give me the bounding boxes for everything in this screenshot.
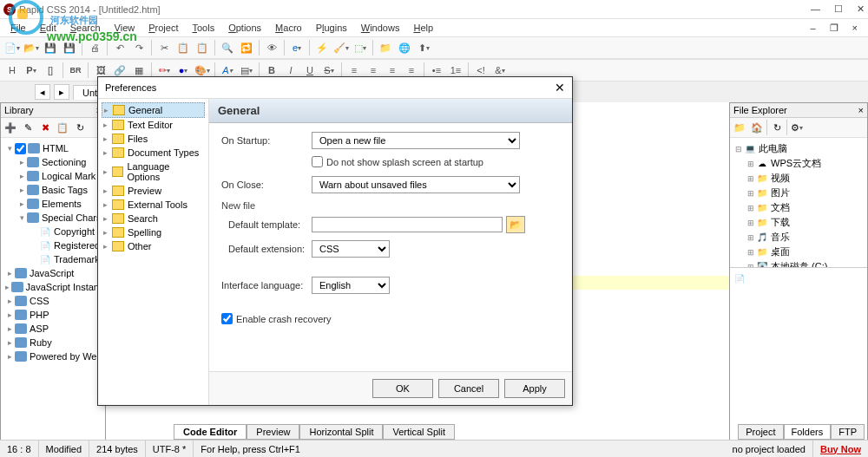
tree-item[interactable]: ▸Elements xyxy=(4,197,102,211)
lib-edit-button[interactable]: ✎ xyxy=(20,120,36,135)
undo-button[interactable]: ↶ xyxy=(111,39,128,56)
library-tree[interactable]: ▾HTML ▸Sectioning▸Logical Mark▸Basic Tag… xyxy=(1,138,105,448)
fx-tree-item[interactable]: ⊟💻此电脑 xyxy=(733,141,864,156)
tree-item[interactable]: ▸CSS xyxy=(4,294,102,308)
save-all-button[interactable]: 💾 xyxy=(61,39,78,56)
close-icon[interactable]: ✕ xyxy=(857,3,865,15)
project-button[interactable]: 📁 xyxy=(377,39,394,56)
prefs-nav-item[interactable]: ▸Preview xyxy=(102,184,205,198)
menu-edit[interactable]: Edit xyxy=(35,21,62,35)
ok-button[interactable]: OK xyxy=(372,379,433,398)
fx-up-button[interactable]: 📁 xyxy=(732,120,747,135)
child-minimize-icon[interactable]: – xyxy=(805,21,820,36)
validate-button[interactable]: ⚡ xyxy=(313,39,331,56)
prefs-nav-item[interactable]: ▸Search xyxy=(102,212,205,225)
select-on-startup[interactable]: Open a new file xyxy=(312,132,520,149)
fx-home-button[interactable]: 🏠 xyxy=(749,120,765,135)
file-explorer-files[interactable]: 📄 xyxy=(730,268,867,448)
fx-tree-item[interactable]: ⊞📁桌面 xyxy=(733,245,864,259)
tree-item[interactable]: ▸JavaScript Instant xyxy=(4,280,102,294)
replace-button[interactable]: 🔁 xyxy=(238,39,255,56)
tree-item[interactable]: 📄Trademark xyxy=(4,252,102,266)
tree-root[interactable]: ▾HTML xyxy=(4,141,102,155)
find-button[interactable]: 🔍 xyxy=(219,39,236,56)
maximize-icon[interactable]: ☐ xyxy=(834,3,843,15)
div-button[interactable]: [] xyxy=(42,62,59,79)
prefs-nav-item[interactable]: ▸Spelling xyxy=(102,225,205,239)
fx-tree-item[interactable]: ⊞📁下载 xyxy=(733,215,864,230)
preview-button[interactable]: 👁 xyxy=(263,39,280,56)
prefs-nav-item[interactable]: ▸Document Types xyxy=(102,146,205,160)
fx-tree-item[interactable]: ⊞💽本地磁盘 (C:) xyxy=(733,259,864,268)
fx-tab[interactable]: Project xyxy=(738,424,783,440)
menu-plugins[interactable]: Plugins xyxy=(311,21,352,35)
tree-item[interactable]: 📄Registered xyxy=(4,238,102,252)
paste-button[interactable]: 📋 xyxy=(194,39,211,56)
save-button[interactable]: 💾 xyxy=(42,39,59,56)
fx-tree-item[interactable]: ⊞📁视频 xyxy=(733,171,864,186)
tidy-button[interactable]: 🧹 xyxy=(332,39,350,56)
upload-button[interactable]: ⬆ xyxy=(415,39,432,56)
redo-button[interactable]: ↷ xyxy=(130,39,148,56)
tree-item[interactable]: ▸Powered by We xyxy=(4,349,102,363)
menu-file[interactable]: File xyxy=(5,21,31,35)
fx-tree-item[interactable]: ⊞☁WPS云文档 xyxy=(733,156,864,171)
file-explorer-close-icon[interactable]: × xyxy=(858,105,864,115)
select-on-close[interactable]: Warn about unsaved files xyxy=(312,176,520,193)
select-default-extension[interactable]: CSS xyxy=(312,240,390,258)
editor-tab[interactable]: Preview xyxy=(247,424,299,440)
print-button[interactable]: 🖨 xyxy=(86,39,103,56)
paragraph-button[interactable]: P xyxy=(23,62,40,79)
tree-item[interactable]: ▸Ruby xyxy=(4,336,102,349)
copy-button[interactable]: 📋 xyxy=(174,39,192,56)
browse-template-button[interactable]: 📂 xyxy=(506,216,525,233)
menu-windows[interactable]: Windows xyxy=(356,21,405,35)
file-explorer-tree[interactable]: ⊟💻此电脑⊞☁WPS云文档⊞📁视频⊞📁图片⊞📁文档⊞📁下载⊞🎵音乐⊞📁桌面⊞💽本… xyxy=(730,138,867,268)
prefs-nav-item[interactable]: ▸Text Editor xyxy=(102,118,205,132)
tree-item[interactable]: ▸Basic Tags xyxy=(4,183,102,197)
input-default-template[interactable] xyxy=(312,217,503,232)
menu-project[interactable]: Project xyxy=(143,21,183,35)
status-encoding[interactable]: UTF-8 * xyxy=(146,441,194,457)
editor-tab[interactable]: Vertical Split xyxy=(383,424,455,440)
checkbox-splash[interactable] xyxy=(312,156,323,167)
fx-tree-item[interactable]: ⊞📁图片 xyxy=(733,186,864,200)
child-close-icon[interactable]: × xyxy=(847,21,863,36)
tree-item[interactable]: 📄Copyright xyxy=(4,225,102,238)
cut-button[interactable]: ✂ xyxy=(155,39,173,56)
child-restore-icon[interactable]: ❐ xyxy=(825,21,844,36)
prefs-nav-item[interactable]: ▸General xyxy=(102,102,205,118)
menu-macro[interactable]: Macro xyxy=(270,21,307,35)
menu-view[interactable]: View xyxy=(109,21,141,35)
prefs-nav-item[interactable]: ▸Files xyxy=(102,132,205,146)
lib-delete-button[interactable]: ✖ xyxy=(37,120,53,135)
new-file-button[interactable]: 📄 xyxy=(3,39,21,56)
menu-search[interactable]: Search xyxy=(65,21,106,35)
menu-tools[interactable]: Tools xyxy=(187,21,220,35)
prefs-nav-item[interactable]: ▸External Tools xyxy=(102,198,205,212)
prefs-nav-item[interactable]: ▸Other xyxy=(102,239,205,253)
open-file-button[interactable]: 📂 xyxy=(23,39,40,56)
buy-now-link[interactable]: Buy Now xyxy=(813,444,868,454)
tree-item[interactable]: ▸JavaScript xyxy=(4,266,102,280)
cancel-button[interactable]: Cancel xyxy=(438,379,499,398)
minimize-icon[interactable]: — xyxy=(811,3,820,15)
tree-item[interactable]: ▸PHP xyxy=(4,308,102,322)
ftp-button[interactable]: 🌐 xyxy=(396,39,413,56)
checkbox-crash-recovery[interactable] xyxy=(221,313,233,324)
editor-tab[interactable]: Code Editor xyxy=(174,424,247,440)
br-button[interactable]: BR xyxy=(67,62,84,79)
fx-tree-item[interactable]: ⊞📁文档 xyxy=(733,200,864,215)
tab-prev-button[interactable]: ◂ xyxy=(35,84,50,100)
file-item[interactable]: 📄 xyxy=(733,271,864,285)
tree-item[interactable]: ▸Sectioning xyxy=(4,155,102,169)
heading-button[interactable]: H xyxy=(3,62,21,79)
apply-button[interactable]: Apply xyxy=(504,379,565,398)
editor-tab[interactable]: Horizontal Split xyxy=(299,424,383,440)
fx-tab[interactable]: FTP xyxy=(831,424,865,440)
dialog-close-icon[interactable]: ✕ xyxy=(555,81,565,95)
fx-tree-item[interactable]: ⊞🎵音乐 xyxy=(733,230,864,245)
tree-item[interactable]: ▸ASP xyxy=(4,322,102,336)
browser-button[interactable]: e xyxy=(288,39,306,56)
lib-add-button[interactable]: ➕ xyxy=(3,120,18,135)
